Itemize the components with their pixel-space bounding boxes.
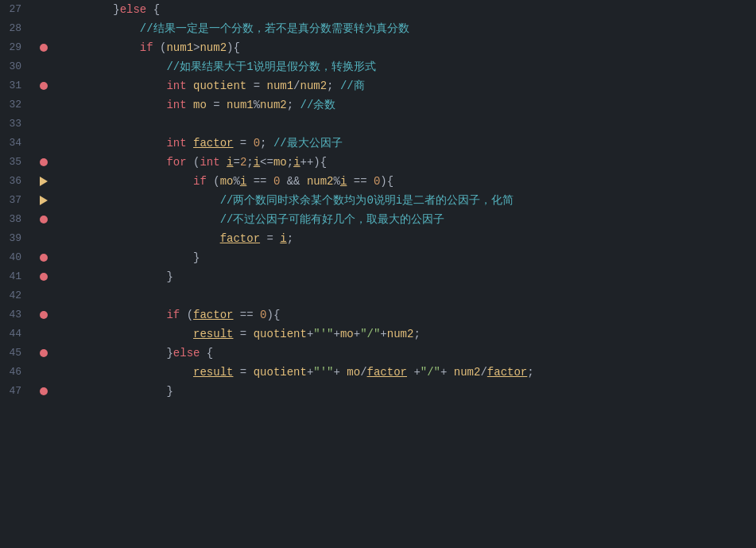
line-41: } — [60, 267, 756, 286]
line-47: } — [60, 382, 756, 401]
bp-30 — [36, 57, 52, 76]
line-33 — [60, 115, 756, 134]
line-29: if (num1>num2){ — [60, 38, 756, 57]
bp-35 — [36, 153, 52, 172]
bp-32 — [36, 95, 52, 115]
line-num-27: 27 — [0, 0, 28, 19]
bp-42 — [36, 286, 52, 305]
line-num-44: 44 — [0, 325, 28, 344]
line-num-45: 45 — [0, 344, 28, 363]
bp-41 — [36, 267, 52, 286]
bp-27 — [36, 0, 52, 19]
line-43: if (factor == 0){ — [60, 305, 756, 325]
line-num-36: 36 — [0, 172, 28, 191]
bp-36 — [36, 172, 52, 191]
bp-31 — [36, 76, 52, 95]
bp-33 — [36, 115, 52, 134]
bp-38 — [36, 210, 52, 229]
line-37: //两个数同时求余某个数均为0说明i是二者的公因子，化简 — [60, 191, 756, 210]
line-46: result = quotient+"'"+ mo/factor +"/"+ n… — [60, 363, 756, 382]
line-27: }else { — [60, 0, 756, 19]
bp-46 — [36, 363, 52, 382]
line-40: } — [60, 248, 756, 267]
bp-37 — [36, 191, 52, 210]
line-num-35: 35 — [0, 153, 28, 172]
line-num-28: 28 — [0, 19, 28, 38]
line-num-42: 42 — [0, 286, 28, 305]
bp-44 — [36, 325, 52, 344]
code-content: }else { //结果一定是一个分数，若不是真分数需要转为真分数 if (nu… — [52, 0, 756, 548]
line-num-41: 41 — [0, 267, 28, 286]
line-45: }else { — [60, 344, 756, 363]
line-numbers: 27 28 29 30 31 32 33 34 35 36 37 38 39 4… — [0, 0, 36, 548]
code-editor: 27 28 29 30 31 32 33 34 35 36 37 38 39 4… — [0, 0, 756, 548]
line-num-38: 38 — [0, 210, 28, 229]
bp-40 — [36, 248, 52, 267]
line-num-30: 30 — [0, 57, 28, 76]
line-34: int factor = 0; //最大公因子 — [60, 134, 756, 153]
line-28: //结果一定是一个分数，若不是真分数需要转为真分数 — [60, 19, 756, 38]
bp-45 — [36, 344, 52, 363]
line-num-46: 46 — [0, 363, 28, 382]
line-35: for (int i=2;i<=mo;i++){ — [60, 153, 756, 172]
line-38: //不过公因子可能有好几个，取最大的公因子 — [60, 210, 756, 229]
bp-43 — [36, 305, 52, 325]
line-num-34: 34 — [0, 134, 28, 153]
line-39: factor = i; — [60, 229, 756, 248]
line-num-43: 43 — [0, 305, 28, 325]
line-num-31: 31 — [0, 76, 28, 95]
bp-47 — [36, 382, 52, 401]
line-num-39: 39 — [0, 229, 28, 248]
bp-34 — [36, 134, 52, 153]
line-30: //如果结果大于1说明是假分数，转换形式 — [60, 57, 756, 76]
line-num-33: 33 — [0, 115, 28, 134]
line-44: result = quotient+"'"+mo+"/"+num2; — [60, 325, 756, 344]
line-num-32: 32 — [0, 95, 28, 115]
line-num-47: 47 — [0, 382, 28, 401]
breakpoint-column — [36, 0, 52, 548]
line-31: int quotient = num1/num2; //商 — [60, 76, 756, 95]
bp-39 — [36, 229, 52, 248]
line-num-37: 37 — [0, 191, 28, 210]
line-36: if (mo%i == 0 && num2%i == 0){ — [60, 172, 756, 191]
bp-28 — [36, 19, 52, 38]
line-42 — [60, 286, 756, 305]
bp-29 — [36, 38, 52, 57]
line-num-29: 29 — [0, 38, 28, 57]
line-num-40: 40 — [0, 248, 28, 267]
line-32: int mo = num1%num2; //余数 — [60, 95, 756, 115]
